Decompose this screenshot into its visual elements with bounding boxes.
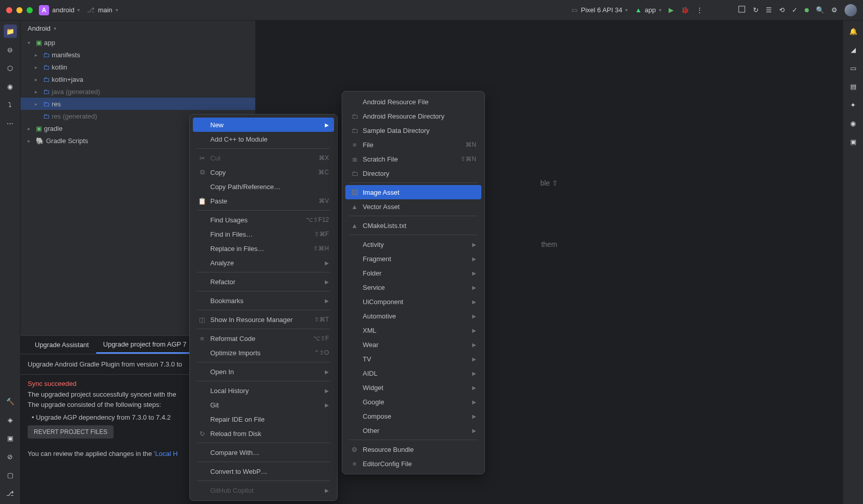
- menu-item[interactable]: Convert to WebP…: [193, 464, 334, 478]
- run-button[interactable]: ▶: [669, 6, 674, 14]
- build-tool-icon[interactable]: 🔨: [4, 395, 17, 408]
- user-avatar[interactable]: [845, 4, 857, 16]
- menu-item[interactable]: ▲CMakeLists.txt: [345, 218, 481, 233]
- project-selector[interactable]: android: [52, 6, 74, 14]
- tree-node-kotlinjava[interactable]: ▸ 🗀 kotlin+java: [20, 73, 255, 85]
- menu-item[interactable]: ◫Show In Resource Manager⇧⌘T: [193, 312, 334, 327]
- menu-item[interactable]: Repair IDE on File: [193, 412, 334, 426]
- maximize-window-button[interactable]: [27, 7, 33, 13]
- minimize-window-button[interactable]: [16, 7, 23, 13]
- tree-node-app[interactable]: ▾ ▣ app: [20, 36, 255, 49]
- menu-item[interactable]: Google▶: [345, 395, 481, 409]
- tree-node-kotlin[interactable]: ▸ 🗀 kotlin: [20, 61, 255, 73]
- menu-item[interactable]: UiComponent▶: [345, 294, 481, 309]
- ai-assistant-icon[interactable]: ✦: [847, 98, 860, 111]
- notifications-icon[interactable]: 🔔: [847, 25, 860, 38]
- menu-item[interactable]: Compose▶: [345, 409, 481, 423]
- menu-item[interactable]: ⧉Copy⌘C: [193, 165, 334, 179]
- menu-item[interactable]: Compare With…: [193, 445, 334, 460]
- menu-item[interactable]: Analyze▶: [193, 256, 334, 270]
- menu-item[interactable]: 🖼Image Asset: [345, 185, 481, 199]
- menu-item[interactable]: Replace in Files…⇧⌘H: [193, 241, 334, 256]
- menu-label: Add C++ to Module: [210, 135, 329, 143]
- menu-item[interactable]: ⚙Resource Bundle: [345, 442, 481, 456]
- panel-title: Android: [28, 25, 51, 32]
- services-tool-icon[interactable]: ◈: [4, 413, 17, 426]
- update-icon[interactable]: ↻: [753, 6, 759, 14]
- run-config-selector[interactable]: ▲ app ▾: [635, 6, 661, 14]
- more-tool-icon[interactable]: ⋯: [4, 117, 17, 130]
- menu-item[interactable]: Find in Files…⇧⌘F: [193, 227, 334, 241]
- vcs-tool-icon[interactable]: ⎇: [4, 487, 17, 500]
- tree-node-manifests[interactable]: ▸ 🗀 manifests: [20, 49, 255, 61]
- project-tool-icon[interactable]: 📁: [4, 25, 17, 38]
- debug-button[interactable]: 🐞: [681, 6, 689, 14]
- emulator-icon[interactable]: ▣: [847, 135, 860, 148]
- device-selector[interactable]: ▭ Pixel 6 API 34 ▾: [571, 6, 628, 14]
- menu-item[interactable]: ≡File⌘N: [345, 138, 481, 152]
- gradle-icon: 🐘: [36, 137, 44, 145]
- menu-item[interactable]: Fragment▶: [345, 251, 481, 266]
- menu-item[interactable]: Copy Path/Reference…: [193, 179, 334, 194]
- menu-item[interactable]: Refactor▶: [193, 274, 334, 289]
- bookmarks-tool-icon[interactable]: ◉: [4, 80, 17, 93]
- menu-item[interactable]: Git▶: [193, 398, 334, 412]
- list-icon[interactable]: ☰: [766, 6, 772, 14]
- sync-icon[interactable]: ⟲: [779, 6, 785, 14]
- menu-item[interactable]: Add C++ to Module: [193, 132, 334, 146]
- running-devices-icon[interactable]: ▤: [847, 80, 860, 93]
- terminal-tool-icon[interactable]: ▢: [4, 468, 17, 482]
- more-actions-icon[interactable]: ⋮: [696, 6, 703, 14]
- menu-item[interactable]: Local History▶: [193, 383, 334, 398]
- menu-item[interactable]: New▶: [193, 118, 334, 132]
- menu-item[interactable]: TV▶: [345, 352, 481, 366]
- search-icon[interactable]: 🔍: [816, 6, 824, 14]
- menu-item[interactable]: ≡EditorConfig File: [345, 456, 481, 471]
- menu-item[interactable]: ✂Cut⌘X: [193, 151, 334, 165]
- menu-item[interactable]: ≡Reformat Code⌥⇧F: [193, 331, 334, 346]
- code-with-me-icon[interactable]: [738, 5, 746, 15]
- menu-item[interactable]: ▲Vector Asset: [345, 199, 481, 214]
- menu-item[interactable]: 🗀Sample Data Directory: [345, 123, 481, 138]
- local-history-link[interactable]: 'Local H: [154, 450, 178, 457]
- menu-item[interactable]: GitHub Copilot▶: [193, 483, 334, 497]
- menu-item[interactable]: ↻Reload from Disk: [193, 426, 334, 441]
- menu-item[interactable]: Service▶: [345, 280, 481, 294]
- tree-node-res[interactable]: ▸ 🗀 res: [20, 98, 255, 110]
- menu-item[interactable]: Find Usages⌥⇧F12: [193, 213, 334, 227]
- logcat-tool-icon[interactable]: ▣: [4, 431, 17, 445]
- menu-item[interactable]: 🗀Directory: [345, 166, 481, 180]
- menu-item[interactable]: Optimize Imports⌃⇧O: [193, 346, 334, 360]
- menu-item[interactable]: Wear▶: [345, 337, 481, 352]
- branch-selector[interactable]: ⎇ main ▾: [87, 6, 118, 14]
- pull-requests-icon[interactable]: ⤵: [4, 98, 17, 111]
- menu-item[interactable]: AIDL▶: [345, 366, 481, 380]
- menu-item[interactable]: Widget▶: [345, 380, 481, 395]
- copilot-icon[interactable]: ◉: [847, 117, 860, 130]
- menu-separator: [197, 362, 330, 362]
- structure-tool-icon[interactable]: ⬡: [4, 61, 17, 75]
- menu-item[interactable]: 📋Paste⌘V: [193, 194, 334, 208]
- tab-upgrade-project[interactable]: Upgrade project from AGP 7: [96, 336, 194, 354]
- problems-tool-icon[interactable]: ⊘: [4, 450, 17, 463]
- device-manager-icon[interactable]: ▭: [847, 61, 860, 75]
- commit-icon[interactable]: ✓: [792, 6, 798, 14]
- menu-item[interactable]: XML▶: [345, 323, 481, 337]
- revert-button[interactable]: REVERT PROJECT FILES: [28, 425, 114, 439]
- menu-item[interactable]: Android Resource File: [345, 95, 481, 109]
- menu-item[interactable]: Open In▶: [193, 364, 334, 379]
- tree-node-java-gen[interactable]: ▸ 🗀 java (generated): [20, 85, 255, 98]
- tab-upgrade-assistant[interactable]: Upgrade Assistant: [28, 337, 96, 353]
- gradle-tool-icon[interactable]: ◢: [847, 43, 860, 56]
- menu-item[interactable]: Automotive▶: [345, 309, 481, 323]
- project-panel-header[interactable]: Android ▾: [20, 20, 255, 36]
- menu-item[interactable]: Activity▶: [345, 237, 481, 251]
- menu-item[interactable]: Folder▶: [345, 266, 481, 280]
- menu-item[interactable]: Other▶: [345, 423, 481, 438]
- menu-item[interactable]: Bookmarks▶: [193, 293, 334, 308]
- close-window-button[interactable]: [6, 7, 12, 13]
- commit-tool-icon[interactable]: ⊖: [4, 43, 17, 56]
- menu-item[interactable]: 🗀Android Resource Directory: [345, 109, 481, 123]
- menu-item[interactable]: ≣Scratch File⇧⌘N: [345, 152, 481, 166]
- settings-icon[interactable]: ⚙: [831, 6, 837, 14]
